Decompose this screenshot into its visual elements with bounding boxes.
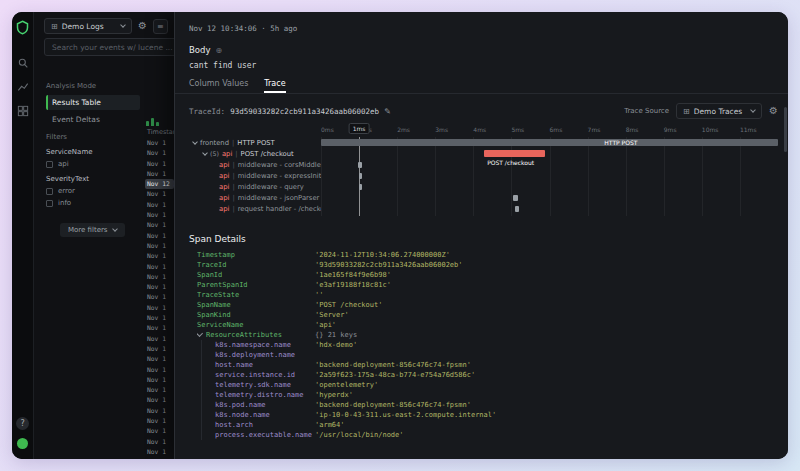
span-detail-row-traceid[interactable]: TraceId'93d59033282c2cb911a3426aab06002e…	[189, 260, 778, 270]
detail-tabs: Column ValuesTrace	[175, 74, 788, 94]
span-bar[interactable]: POST /checkout	[484, 150, 545, 157]
table-row[interactable]: Nov 1	[145, 282, 174, 292]
edit-icon[interactable]: ✎	[384, 107, 391, 116]
table-row[interactable]: Nov 1	[145, 169, 174, 179]
source-select[interactable]: ⊞ Demo Logs	[44, 18, 132, 34]
span-row-middleware-expressinit[interactable]: api|middleware - expressInit	[189, 170, 778, 181]
span-detail-row-k8s-deployment-name[interactable]: k8s.deployment.name	[189, 350, 778, 360]
table-row[interactable]: Nov 1	[145, 148, 174, 158]
table-row[interactable]: Nov 1	[145, 251, 174, 261]
more-filters-button[interactable]: More filters	[60, 223, 125, 237]
span-row-middleware-jsonparser[interactable]: api|middleware - jsonParser	[189, 192, 778, 203]
table-row[interactable]: Nov 1	[145, 292, 174, 302]
span-detail-row-k8s-pod-name[interactable]: k8s.pod.name'backend-deployment-856c476c…	[189, 400, 778, 410]
table-row[interactable]: Nov 1	[145, 354, 174, 364]
span-detail-row-spanid[interactable]: SpanId'1ae165f84f9e6b98'	[189, 270, 778, 280]
span-row-middleware-corsmiddleware[interactable]: api|middleware - corsMiddleware	[189, 159, 778, 170]
tab-column-values[interactable]: Column Values	[189, 74, 248, 93]
table-row[interactable]: Nov 1	[145, 272, 174, 282]
span-detail-row-host-arch[interactable]: host.arch'arm64'	[189, 420, 778, 430]
filter-option-api[interactable]: api	[46, 160, 140, 168]
span-bar[interactable]: HTTP POST	[321, 139, 778, 146]
span-bar[interactable]	[358, 162, 362, 168]
table-row[interactable]: Nov 1	[145, 313, 174, 323]
field-key: k8s.pod.name	[215, 400, 315, 410]
span-detail-row-host-name[interactable]: host.name'backend-deployment-856c476c74-…	[189, 360, 778, 370]
tab-trace[interactable]: Trace	[264, 74, 285, 93]
field-key: k8s.node.name	[215, 410, 315, 420]
table-row[interactable]: Nov 1	[145, 323, 174, 333]
trace-source-select[interactable]: ⊞ Demo Traces	[676, 103, 762, 119]
table-row[interactable]: Nov 1	[145, 138, 174, 148]
circle-plus-icon[interactable]: ⊕	[215, 46, 222, 55]
table-row[interactable]: Nov 1	[145, 365, 174, 375]
span-row-request-handler-checkout[interactable]: api|request handler - /checkout	[189, 203, 778, 214]
span-detail-row-telemetry-distro-name[interactable]: telemetry.distro.name'hyperdx'	[189, 390, 778, 400]
span-detail-row-telemetry-sdk-name[interactable]: telemetry.sdk.name'opentelemetry'	[189, 380, 778, 390]
span-detail-row-spankind[interactable]: SpanKind'Server'	[189, 310, 778, 320]
span-bar[interactable]	[515, 206, 519, 212]
table-row[interactable]: Nov 1	[145, 262, 174, 272]
span-bar[interactable]	[359, 173, 362, 179]
table-row[interactable]: Nov 1	[145, 344, 174, 354]
span-detail-row-timestamp[interactable]: Timestamp'2024-11-12T10:34:06.274000000Z…	[189, 250, 778, 260]
header-menu-button[interactable]: ≡	[153, 19, 168, 34]
chevron-down-icon[interactable]	[202, 150, 208, 156]
checkbox[interactable]	[46, 188, 53, 195]
user-status-dot[interactable]	[17, 438, 28, 449]
table-row[interactable]: Nov 1	[145, 416, 174, 426]
app-logo-icon[interactable]	[15, 20, 30, 35]
table-row[interactable]: Nov 12 10:3	[145, 179, 174, 189]
table-row[interactable]: Nov 1	[145, 303, 174, 313]
chart-icon[interactable]	[17, 78, 29, 90]
span-detail-row-servicename[interactable]: ServiceName'api'	[189, 320, 778, 330]
span-row-post-checkout[interactable]: (5)api|POST /checkoutPOST /checkout	[189, 148, 778, 159]
filter-group-name: ServiceName	[46, 148, 140, 156]
filter-option-info[interactable]: info	[46, 199, 140, 207]
table-row[interactable]: Nov 1	[145, 406, 174, 416]
span-detail-row-k8s-namespace-name[interactable]: k8s.namespace.name'hdx-demo'	[189, 340, 778, 350]
table-row[interactable]: Nov 1	[145, 447, 174, 457]
table-row[interactable]: Nov 1	[145, 220, 174, 230]
search-icon[interactable]	[17, 54, 29, 66]
span-detail-row-k8s-node-name[interactable]: k8s.node.name'ip-10-0-43-311.us-east-2.c…	[189, 410, 778, 420]
analysis-mode-results-table[interactable]: Results Table	[46, 95, 140, 110]
checkbox[interactable]	[46, 161, 53, 168]
span-row-middleware-query[interactable]: api|middleware - query	[189, 181, 778, 192]
table-row[interactable]: Nov 1	[145, 200, 174, 210]
table-row[interactable]: Nov 1	[145, 426, 174, 436]
trace-source-settings-icon[interactable]: ⚙	[769, 106, 778, 116]
table-row[interactable]: Nov 1	[145, 334, 174, 344]
chevron-down-icon[interactable]	[192, 139, 198, 145]
dashboards-icon[interactable]	[17, 102, 29, 114]
table-row[interactable]: Nov 1	[145, 241, 174, 251]
help-button[interactable]: ?	[16, 417, 29, 430]
span-detail-row-service-instance-id[interactable]: service.instance.id'2a59f623-175a-48ca-b…	[189, 370, 778, 380]
event-detail-panel: Nov 12 10:34:06 · 5h ago Body ⊕ cant fin…	[174, 12, 788, 459]
service-name: api	[219, 183, 229, 191]
span-detail-row-parentspanid[interactable]: ParentSpanId'e3af19188f18c81c'	[189, 280, 778, 290]
table-row[interactable]: Nov 1	[145, 231, 174, 241]
span-detail-row-process-executable-name[interactable]: process.executable.name'/usr/local/bin/n…	[189, 430, 778, 440]
table-row[interactable]: Nov 1	[145, 159, 174, 169]
table-row[interactable]: Nov 1	[145, 210, 174, 220]
table-row[interactable]: Nov 1	[145, 189, 174, 199]
filter-option-error[interactable]: error	[46, 187, 140, 195]
span-detail-row-spanname[interactable]: SpanName'POST /checkout'	[189, 300, 778, 310]
scrollbar[interactable]	[784, 107, 787, 152]
table-row[interactable]: Nov 1	[145, 375, 174, 385]
span-bar[interactable]	[359, 184, 362, 190]
span-detail-row-tracestate[interactable]: TraceState''	[189, 290, 778, 300]
separator: |	[235, 150, 237, 158]
span-detail-row-resourceattributes[interactable]: ResourceAttributes{} 21 keys	[189, 330, 778, 340]
gear-icon[interactable]: ⚙	[138, 21, 147, 31]
analysis-mode-event-deltas[interactable]: Event Deltas	[46, 112, 140, 127]
table-row[interactable]: Nov 1	[145, 395, 174, 405]
table-row[interactable]: Nov 1	[145, 385, 174, 395]
span-row-http-post[interactable]: frontend|HTTP POSTHTTP POST	[189, 137, 778, 148]
checkbox[interactable]	[46, 200, 53, 207]
filter-option-label: error	[58, 187, 75, 195]
span-bar[interactable]	[513, 195, 518, 201]
table-row[interactable]: Nov 1	[145, 437, 174, 447]
service-name: api	[219, 205, 229, 213]
